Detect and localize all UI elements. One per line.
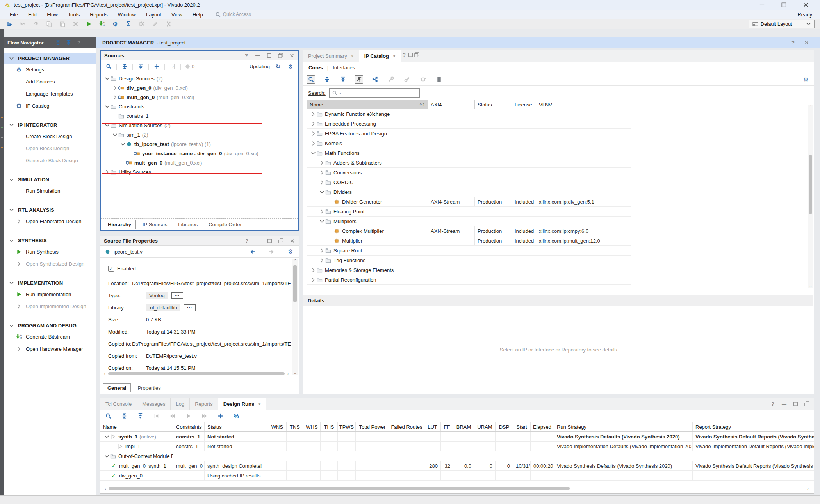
- open-project-button[interactable]: [5, 20, 13, 28]
- ip-settings-button[interactable]: ⚙: [802, 75, 810, 84]
- ip-row[interactable]: Adders & Subtracters: [307, 158, 631, 168]
- runs-float-button[interactable]: [804, 400, 810, 408]
- ip-row[interactable]: Embedded Processing: [307, 119, 631, 129]
- ip-row[interactable]: MultiplierProductionIncludedxilinx.com:i…: [307, 236, 631, 246]
- column-header-uram[interactable]: URAM: [474, 422, 496, 431]
- ip-search-button[interactable]: [307, 75, 315, 84]
- flow-item-open-synthesized-design[interactable]: Open Synthesized Design: [4, 258, 96, 270]
- ip-row[interactable]: Divider GeneratorAXI4-StreamProductionIn…: [307, 197, 631, 207]
- tab-close-icon[interactable]: ×: [258, 401, 261, 407]
- runs-row[interactable]: impl_1constrs_1Not startedVivado Impleme…: [100, 442, 814, 451]
- tab-close-icon[interactable]: ×: [393, 53, 396, 59]
- fn-minimize-button[interactable]: —: [86, 38, 93, 47]
- sources-float-button[interactable]: [277, 51, 283, 60]
- column-header-start[interactable]: Start: [513, 422, 531, 431]
- tab-project-summary[interactable]: Project Summary×: [303, 50, 359, 62]
- tree-item[interactable]: your_instance_name : div_gen_0(div_gen_0…: [101, 149, 298, 158]
- column-header-license[interactable]: License: [512, 100, 536, 109]
- fn-expand-button[interactable]: [65, 38, 71, 47]
- column-header-whs[interactable]: WHS: [303, 422, 321, 431]
- runs-row[interactable]: Out-of-Context Module Runs: [100, 451, 814, 461]
- tree-item[interactable]: constrs_1: [101, 111, 298, 121]
- runs-skip-first-button[interactable]: [152, 412, 160, 421]
- column-header-wns[interactable]: WNS: [268, 422, 287, 431]
- tab-ip-catalog[interactable]: IP Catalog×: [359, 50, 401, 62]
- tab-hierarchy[interactable]: Hierarchy: [103, 220, 136, 229]
- ip-row[interactable]: Floating Point: [307, 207, 631, 217]
- tab-close-icon[interactable]: ×: [351, 53, 354, 59]
- ip-chip-button[interactable]: [419, 75, 427, 84]
- runs-play-next-button[interactable]: [184, 412, 193, 421]
- cancel-x-button[interactable]: [164, 20, 173, 28]
- sources-badge-button[interactable]: 0: [184, 62, 194, 71]
- subtab-cores[interactable]: Cores: [308, 65, 323, 71]
- win-min-button[interactable]: [758, 1, 766, 9]
- runs-next-button[interactable]: [200, 412, 209, 421]
- sources-settings-button[interactable]: ⚙: [286, 62, 295, 71]
- flow-item-run-synthesis[interactable]: Run Synthesis: [4, 246, 96, 258]
- tree-item[interactable]: div_gen_0(div_gen_0.xci): [101, 83, 298, 92]
- flow-section-implementation[interactable]: IMPLEMENTATION: [4, 278, 96, 288]
- flow-section-rtl-analysis[interactable]: RTL ANALYSIS: [4, 205, 96, 215]
- ipcat-float-button[interactable]: [414, 50, 420, 59]
- runs-percent-button[interactable]: %: [232, 412, 241, 421]
- forward-button[interactable]: [267, 247, 276, 256]
- flow-section-ip-integrator[interactable]: IP INTEGRATOR: [4, 120, 96, 130]
- flow-item-settings[interactable]: ⚙Settings: [4, 64, 96, 76]
- flow-item-add-sources[interactable]: Add Sources: [4, 76, 96, 88]
- tree-item[interactable]: mult_gen_0(mult_gen_0.xci): [101, 158, 298, 167]
- sources-minimize-button[interactable]: —: [255, 51, 261, 60]
- sources-plus-button[interactable]: [152, 62, 161, 71]
- tree-item[interactable]: Simulation Sources(2): [101, 121, 298, 130]
- win-close-button[interactable]: [801, 1, 810, 9]
- synth-x-button[interactable]: [137, 20, 146, 28]
- column-header-ths[interactable]: THS: [321, 422, 338, 431]
- undo-button[interactable]: [18, 20, 27, 28]
- runs-plus-button[interactable]: [216, 412, 225, 421]
- property-input[interactable]: xil_defaultlib: [146, 304, 180, 311]
- sources-help-button[interactable]: ?: [243, 51, 250, 60]
- delete-x-button[interactable]: [71, 20, 80, 28]
- runs-expand-button[interactable]: [136, 412, 144, 421]
- tree-item[interactable]: tb_ipcore_test(ipcore_test.v) (1): [101, 139, 298, 149]
- tab-general[interactable]: General: [103, 383, 131, 392]
- menu-view[interactable]: View: [166, 12, 187, 18]
- bitstream-button[interactable]: 0110: [98, 20, 106, 28]
- run-button[interactable]: [84, 20, 93, 28]
- column-header-elapsed[interactable]: Elapsed: [531, 422, 554, 431]
- column-header-bram[interactable]: BRAM: [453, 422, 474, 431]
- flow-section-project-manager[interactable]: PROJECT MANAGER: [4, 53, 96, 64]
- browse-button[interactable]: ⋯: [171, 292, 183, 299]
- column-header-ff[interactable]: FF: [441, 422, 453, 431]
- pm-help-button[interactable]: ?: [790, 39, 796, 47]
- column-header-tns[interactable]: TNS: [287, 422, 303, 431]
- column-header-total_power[interactable]: Total Power: [356, 422, 389, 431]
- flow-item-ip-catalog[interactable]: IP Catalog: [4, 100, 96, 112]
- sfp-minimize-button[interactable]: —: [255, 236, 261, 245]
- ipcat-help-button[interactable]: ?: [401, 50, 407, 59]
- ip-row[interactable]: CORDIC: [307, 177, 631, 187]
- ipcat-maximize-button[interactable]: [407, 50, 414, 59]
- ip-row[interactable]: Complex MultiplierAXI4-StreamProductionI…: [307, 226, 631, 236]
- sfp-vertical-scrollbar[interactable]: ⌃ ⌄: [292, 259, 298, 375]
- property-input[interactable]: Verilog: [146, 292, 168, 299]
- ip-vertical-scrollbar[interactable]: ⌃ ⌄: [808, 105, 813, 288]
- ip-wrench-button[interactable]: [387, 75, 395, 84]
- flow-section-synthesis[interactable]: SYNTHESIS: [4, 235, 96, 246]
- column-header-status[interactable]: Status: [475, 100, 512, 109]
- pm-close-button[interactable]: [803, 39, 809, 47]
- subtab-interfaces[interactable]: Interfaces: [333, 65, 355, 71]
- ip-search-input[interactable]: -: [329, 88, 420, 98]
- runs-help-button[interactable]: ?: [770, 400, 776, 408]
- flow-item-generate-block-design[interactable]: Generate Block Design: [4, 154, 96, 167]
- paste-button[interactable]: [58, 20, 66, 28]
- flow-item-open-elaborated-design[interactable]: Open Elaborated Design: [4, 215, 96, 227]
- ip-key-button[interactable]: [403, 75, 411, 84]
- menu-edit[interactable]: Edit: [23, 12, 42, 18]
- tree-item[interactable]: Constraints: [101, 102, 298, 111]
- fn-help-button[interactable]: ?: [76, 38, 82, 47]
- ip-dark-square-button[interactable]: [435, 75, 443, 84]
- tab-ip-sources[interactable]: IP Sources: [138, 220, 171, 229]
- ip-row[interactable]: Square Root: [307, 246, 631, 256]
- tab-reports[interactable]: Reports: [190, 398, 218, 410]
